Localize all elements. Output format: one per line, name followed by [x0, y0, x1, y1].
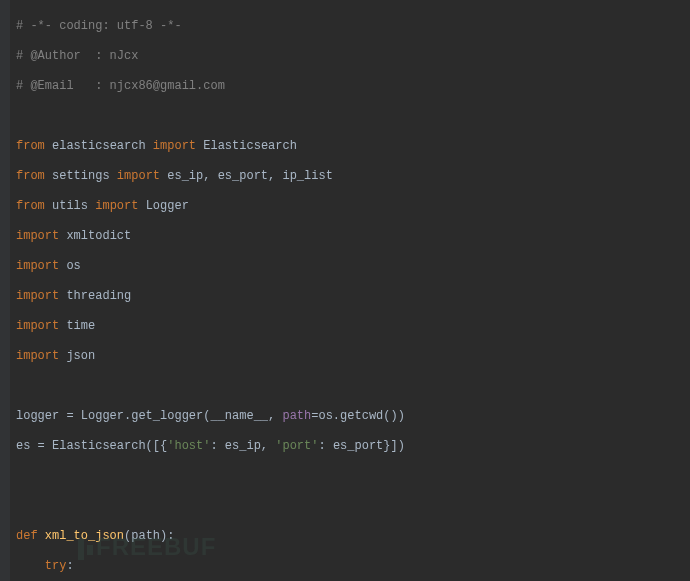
- code-area[interactable]: # -*- coding: utf-8 -*- # @Author : nJcx…: [10, 0, 690, 581]
- blank: [12, 469, 690, 484]
- import-time: import time: [12, 319, 690, 334]
- import-xmltodict: import xmltodict: [12, 229, 690, 244]
- code-editor[interactable]: # -*- coding: utf-8 -*- # @Author : nJcx…: [0, 0, 690, 581]
- import-json: import json: [12, 349, 690, 364]
- gutter: [0, 0, 10, 581]
- import-settings: from settings import es_ip, es_port, ip_…: [12, 169, 690, 184]
- comment-author: # @Author : nJcx: [12, 49, 690, 64]
- logger-assign: logger = Logger.get_logger(__name__, pat…: [12, 409, 690, 424]
- blank: [12, 109, 690, 124]
- blank: [12, 379, 690, 394]
- es-assign: es = Elasticsearch([{'host': es_ip, 'por…: [12, 439, 690, 454]
- import-threading: import threading: [12, 289, 690, 304]
- comment-encoding: # -*- coding: utf-8 -*-: [12, 19, 690, 34]
- def-xml-to-json: def xml_to_json(path):: [12, 529, 690, 544]
- import-elasticsearch: from elasticsearch import Elasticsearch: [12, 139, 690, 154]
- try1: try:: [12, 559, 690, 574]
- import-os: import os: [12, 259, 690, 274]
- import-utils: from utils import Logger: [12, 199, 690, 214]
- blank: [12, 499, 690, 514]
- comment-email: # @Email : njcx86@gmail.com: [12, 79, 690, 94]
